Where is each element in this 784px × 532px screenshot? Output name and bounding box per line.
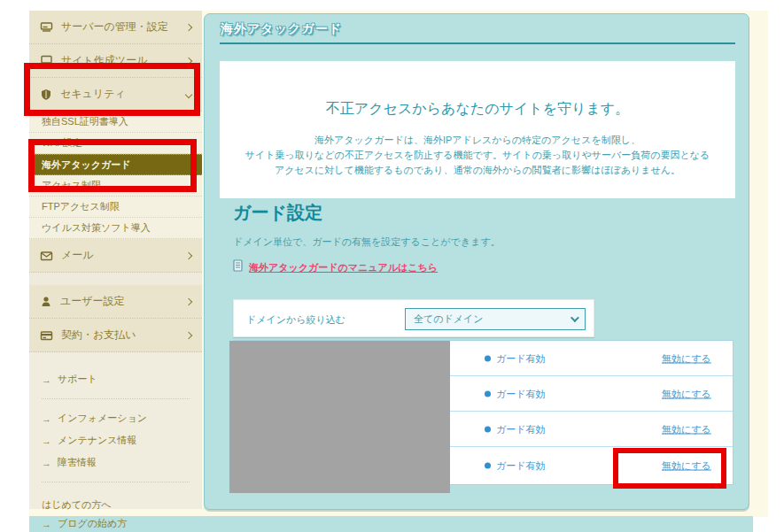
sidebar-item-label: 独自SSL証明書導入 [42, 115, 128, 128]
sidebar-item-label: サーバーの管理・設定 [61, 19, 168, 35]
sidebar-dotted-divider [42, 482, 190, 482]
sidebar-divider [29, 273, 202, 285]
sidebar-link-incident[interactable]: → 障害情報 [29, 451, 202, 474]
annotation-box-attack-guard [28, 139, 197, 192]
page-title: 海外アタックガード [221, 21, 342, 37]
sidebar-link-label: 障害情報 [58, 456, 97, 469]
status-dot-icon [485, 390, 491, 397]
disable-guard-link[interactable]: 無効にする [662, 387, 711, 400]
sidebar-support-section: → サポート → インフォメーション → メンテナンス情報 → 障害情報 はじめ… [29, 352, 202, 509]
sidebar-dotted-divider [42, 398, 190, 399]
status-dot-icon [485, 426, 491, 432]
chevron-down-icon [571, 313, 579, 322]
guard-status-label: ガード有効 [496, 351, 546, 365]
sidebar-item-antivirus[interactable]: ウイルス対策ソフト導入 [29, 218, 202, 239]
user-icon [40, 296, 52, 307]
sidebar-item-label: メール [61, 248, 94, 263]
intro-heading: 不正アクセスからあなたのサイトを守ります。 [220, 100, 735, 119]
guard-settings-heading: ガード設定 [233, 201, 322, 225]
guard-status: ガード有効 [485, 387, 546, 400]
sidebar-link-label: インフォメーション [58, 412, 147, 425]
sidebar-item-ftp-limit[interactable]: FTPアクセス制限 [29, 197, 202, 218]
credit-card-icon [40, 330, 53, 341]
intro-description: 海外アタックガードは、海外IPアドレスからの特定のアクセスを制限し、 サイト乗っ… [220, 133, 735, 178]
guard-status: ガード有効 [485, 351, 546, 365]
sidebar-link-blog-start[interactable]: → ブログの始め方 [29, 513, 202, 532]
guard-status-label: ガード有効 [496, 387, 546, 400]
sidebar-beginners-label: はじめての方へ [29, 490, 202, 513]
server-icon [40, 21, 53, 33]
censored-domain-column [229, 341, 450, 493]
sidebar-item-server-management[interactable]: サーバーの管理・設定 [29, 11, 202, 44]
manual-link-row: 海外アタックガードのマニュアルはこちら [233, 259, 438, 275]
manual-link[interactable]: 海外アタックガードのマニュアルはこちら [249, 261, 438, 274]
guard-status: ガード有効 [485, 459, 546, 472]
domain-filter-label: ドメインから絞り込む [246, 313, 345, 327]
sidebar-link-label: メンテナンス情報 [58, 434, 137, 447]
sidebar-link-support[interactable]: → サポート [29, 368, 202, 390]
page: サーバーの管理・設定 サイト作成ツール セキュリティ 独自SSL証明書導入 WA… [0, 0, 784, 532]
sidebar-item-mail[interactable]: メール [29, 239, 202, 273]
arrow-right-icon: → [42, 458, 51, 468]
intro-line: アクセスに対して機能するものであり、通常の海外からの閲覧者に影響はほぼありません… [220, 163, 735, 178]
status-dot-icon [485, 462, 491, 468]
status-dot-icon [485, 355, 491, 361]
chevron-right-icon [185, 297, 192, 305]
disable-guard-link[interactable]: 無効にする [662, 422, 711, 436]
sidebar-item-label: ユーザー設定 [60, 294, 125, 309]
annotation-box-security [24, 63, 200, 116]
arrow-right-icon: → [42, 413, 51, 424]
annotation-box-disable-link [613, 448, 726, 489]
mail-icon [40, 251, 53, 261]
sidebar-item-user-settings[interactable]: ユーザー設定 [29, 285, 202, 319]
intro-line: サイト乗っ取りなどの不正アクセスを防止する機能です。サイトの乗っ取りやサーバー負… [220, 148, 735, 163]
domain-filter-select[interactable]: 全てのドメイン [405, 308, 586, 330]
guard-settings-description: ドメイン単位で、ガードの有無を設定することができます。 [233, 235, 501, 249]
chevron-right-icon [185, 251, 192, 258]
intro-box: 不正アクセスからあなたのサイトを守ります。 海外アタックガードは、海外IPアドレ… [220, 61, 735, 198]
domain-filter-bar: ドメインから絞り込む 全てのドメイン [233, 299, 594, 337]
sidebar-link-label: サポート [58, 373, 97, 386]
arrow-right-icon: → [42, 436, 51, 446]
chevron-right-icon [185, 23, 192, 30]
intro-line: 海外アタックガードは、海外IPアドレスからの特定のアクセスを制限し、 [220, 133, 735, 148]
sidebar-item-contract-payment[interactable]: 契約・お支払い [29, 319, 202, 352]
sidebar-item-label: FTPアクセス制限 [42, 200, 120, 213]
arrow-right-icon: → [42, 519, 51, 529]
chevron-right-icon [185, 331, 192, 338]
sidebar-item-label: ウイルス対策ソフト導入 [42, 221, 151, 235]
arrow-right-icon: → [42, 374, 51, 385]
sidebar-item-label: 契約・お支払い [61, 328, 136, 343]
guard-status-label: ガード有効 [496, 422, 546, 436]
sidebar-link-information[interactable]: → インフォメーション [29, 407, 202, 429]
guard-status-label: ガード有効 [496, 459, 546, 472]
domain-filter-selected-value: 全てのドメイン [414, 312, 484, 326]
disable-guard-link[interactable]: 無効にする [662, 351, 711, 365]
sidebar-link-maintenance[interactable]: → メンテナンス情報 [29, 429, 202, 451]
sidebar-link-label: ブログの始め方 [58, 517, 127, 530]
guard-status: ガード有効 [485, 422, 546, 436]
title-underline [220, 42, 735, 44]
document-icon [233, 259, 244, 275]
